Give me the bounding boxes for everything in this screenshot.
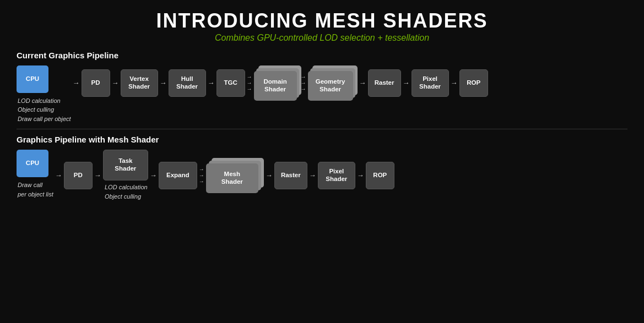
pd-box-1: PD bbox=[82, 69, 110, 97]
geom-shader-front: GeometryShader bbox=[308, 71, 353, 101]
cpu-section-2: CPU Draw callper object list bbox=[17, 150, 53, 199]
vertex-shader-box: VertexShader bbox=[121, 69, 158, 97]
pipeline2-main: → PD → TaskShader LOD calculationObject … bbox=[53, 150, 394, 201]
hull-shader-box: HullShader bbox=[169, 69, 206, 97]
raster-box-1: Raster bbox=[368, 69, 401, 97]
pixel-shader-box-2: PixelShader bbox=[318, 162, 355, 189]
cpu-box-2: CPU bbox=[17, 150, 48, 177]
arrow-2c: → bbox=[148, 171, 159, 179]
cpu-box-1: CPU bbox=[17, 65, 48, 93]
divider bbox=[17, 129, 627, 129]
current-pipeline-wrapper: CPU LOD calculationObject cullingDraw ca… bbox=[17, 65, 627, 124]
arrow-1b: → bbox=[110, 79, 121, 87]
header: INTRODUCING MESH SHADERS Combines GPU-co… bbox=[17, 10, 627, 43]
current-pipeline-title: Current Graphics Pipeline bbox=[17, 51, 627, 60]
mesh-shader-front: MeshShader bbox=[206, 163, 258, 193]
page: INTRODUCING MESH SHADERS Combines GPU-co… bbox=[0, 0, 644, 323]
arrow-1d: → bbox=[206, 79, 217, 87]
arrow-triple-1: →→→ bbox=[245, 74, 254, 92]
geom-shader-stack: GeometryShader bbox=[308, 65, 358, 101]
arrow-2b: → bbox=[93, 171, 103, 179]
subtitle: Combines GPU-controlled LOD selection + … bbox=[17, 33, 627, 43]
rop-box-1: ROP bbox=[459, 69, 488, 97]
arrow-2d: → bbox=[264, 171, 274, 179]
task-notes: LOD calculationObject culling bbox=[104, 183, 148, 201]
arrow-1e: → bbox=[358, 79, 368, 87]
section-current-pipeline: Current Graphics Pipeline CPU LOD calcul… bbox=[17, 51, 627, 124]
task-shader-box: TaskShader bbox=[103, 150, 148, 180]
rop-box-2: ROP bbox=[366, 162, 394, 189]
arrow-1c: → bbox=[158, 79, 169, 87]
cpu-notes-1: LOD calculationObject cullingDraw call p… bbox=[17, 96, 71, 124]
task-shader-section: TaskShader LOD calculationObject culling bbox=[103, 150, 148, 201]
arrow-1g: → bbox=[449, 79, 459, 87]
arrow-1f: → bbox=[401, 79, 412, 87]
pixel-shader-box-1: PixelShader bbox=[412, 69, 449, 97]
arrow-2f: → bbox=[355, 171, 366, 179]
mesh-shader-stack: MeshShader bbox=[206, 158, 264, 193]
section-mesh-pipeline: Graphics Pipeline with Mesh Shader CPU D… bbox=[17, 135, 627, 201]
raster-box-2: Raster bbox=[274, 162, 307, 189]
main-title: INTRODUCING MESH SHADERS bbox=[17, 10, 627, 32]
arrow-triple-3: →→→ bbox=[197, 166, 206, 184]
pipeline1-main: → PD → VertexShader → HullShader → TGC →… bbox=[71, 65, 488, 101]
arrow-2a: → bbox=[53, 171, 64, 179]
arrow-2e: → bbox=[307, 171, 318, 179]
mesh-pipeline-title: Graphics Pipeline with Mesh Shader bbox=[17, 135, 627, 144]
pd-box-2: PD bbox=[64, 162, 93, 189]
cpu-section-1: CPU LOD calculationObject cullingDraw ca… bbox=[17, 65, 71, 124]
domain-shader-front: DomainShader bbox=[254, 71, 297, 101]
cpu-notes-2: Draw callper object list bbox=[17, 180, 53, 199]
expand-box: Expand bbox=[159, 162, 197, 189]
mesh-pipeline-wrapper: CPU Draw callper object list → PD → Task… bbox=[17, 150, 627, 201]
domain-shader-stack: DomainShader bbox=[254, 65, 299, 101]
arrow-1a: → bbox=[71, 79, 82, 87]
tgc-box: TGC bbox=[217, 69, 245, 97]
